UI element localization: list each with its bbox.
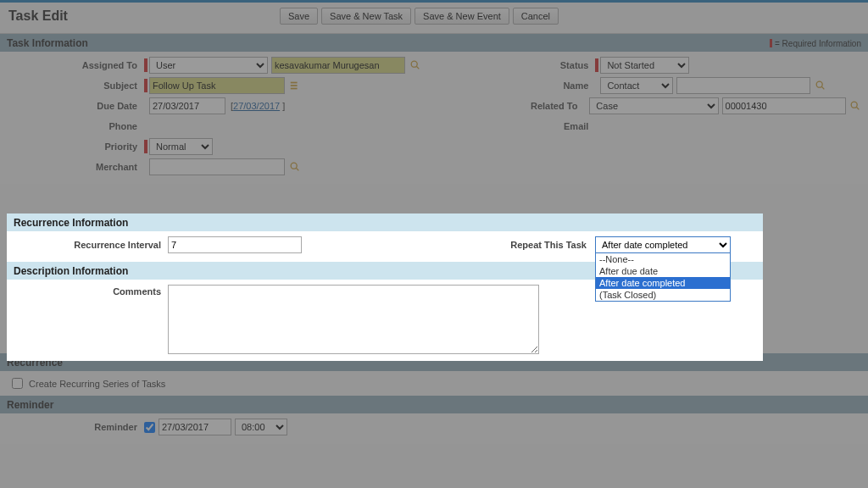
svg-rect-3 xyxy=(291,85,298,86)
create-series-label[interactable]: Create Recurring Series of Tasks xyxy=(12,379,165,389)
page-title: Task Edit xyxy=(8,8,280,24)
lookup-icon[interactable] xyxy=(288,160,302,174)
lookup-icon[interactable] xyxy=(814,79,827,92)
repeat-option-none[interactable]: --None-- xyxy=(596,253,730,265)
label-priority: Priority xyxy=(7,141,144,152)
merchant-input[interactable] xyxy=(149,158,285,175)
section-reminder: Reminder xyxy=(0,396,868,413)
repeat-option-after-due[interactable]: After due date xyxy=(596,265,730,277)
section-title-description-info: Description Information xyxy=(14,265,128,277)
svg-point-7 xyxy=(851,102,857,108)
svg-point-0 xyxy=(411,61,417,67)
section-title-recurrence-info: Recurrence Information xyxy=(14,217,128,229)
label-repeat-this-task: Repeat This Task xyxy=(510,240,587,250)
label-comments: Comments xyxy=(14,285,168,297)
svg-line-8 xyxy=(856,107,859,109)
svg-point-9 xyxy=(291,163,297,169)
label-related-to: Related To xyxy=(476,101,584,111)
svg-rect-2 xyxy=(291,82,298,84)
repeat-option-after-completed[interactable]: After date completed xyxy=(596,277,730,289)
subject-combo-icon[interactable] xyxy=(288,79,302,92)
create-series-checkbox[interactable] xyxy=(12,378,23,389)
lookup-icon[interactable] xyxy=(849,99,861,113)
due-date-link[interactable]: 27/03/2017 xyxy=(233,101,280,111)
save-new-event-button[interactable]: Save & New Event xyxy=(415,8,509,25)
due-date-input[interactable] xyxy=(149,97,225,114)
label-subject: Subject xyxy=(7,80,144,91)
svg-rect-4 xyxy=(291,88,298,90)
required-note: = Required Information xyxy=(770,39,861,48)
reminder-time-select[interactable]: 08:00 xyxy=(235,419,287,435)
recurrence-interval-input[interactable] xyxy=(168,236,302,253)
status-select[interactable]: Not Started xyxy=(600,57,689,74)
save-button[interactable]: Save xyxy=(280,8,318,25)
repeat-this-task-select[interactable]: After date completed xyxy=(595,236,731,253)
section-task-information: Task Information = Required Information xyxy=(0,34,868,52)
assigned-type-select[interactable]: User xyxy=(149,57,268,74)
name-type-select[interactable]: Contact xyxy=(600,77,673,94)
label-reminder: Reminder xyxy=(7,422,144,432)
label-merchant: Merchant xyxy=(7,162,144,172)
reminder-checkbox[interactable] xyxy=(144,422,155,433)
lookup-icon[interactable] xyxy=(409,58,422,72)
label-recurrence-interval: Recurrence Interval xyxy=(14,240,168,250)
svg-line-1 xyxy=(416,66,419,69)
section-title-task-info: Task Information xyxy=(7,37,88,49)
label-assigned-to: Assigned To xyxy=(7,60,144,70)
label-phone: Phone xyxy=(7,121,144,131)
svg-point-5 xyxy=(817,81,823,87)
label-name: Name xyxy=(476,80,595,91)
related-to-input[interactable] xyxy=(722,97,846,114)
save-new-task-button[interactable]: Save & New Task xyxy=(321,8,411,25)
repeat-options-dropdown[interactable]: --None-- After due date After date compl… xyxy=(595,252,731,302)
subject-input[interactable] xyxy=(149,77,285,94)
repeat-option-task-closed[interactable]: (Task Closed) xyxy=(596,289,730,301)
section-title-reminder: Reminder xyxy=(7,399,53,411)
comments-textarea[interactable] xyxy=(168,285,539,354)
name-input[interactable] xyxy=(676,77,810,94)
label-email: Email xyxy=(476,121,595,131)
cancel-button[interactable]: Cancel xyxy=(513,8,559,25)
svg-line-6 xyxy=(822,86,825,89)
label-due-date: Due Date xyxy=(7,101,144,111)
section-recurrence-information: Recurrence Information xyxy=(7,214,763,231)
label-status: Status xyxy=(476,60,595,70)
reminder-date-input[interactable] xyxy=(159,419,231,435)
svg-line-10 xyxy=(296,168,298,170)
related-type-select[interactable]: Case xyxy=(589,97,718,114)
assigned-to-input[interactable] xyxy=(271,57,405,74)
priority-select[interactable]: Normal xyxy=(149,138,213,155)
